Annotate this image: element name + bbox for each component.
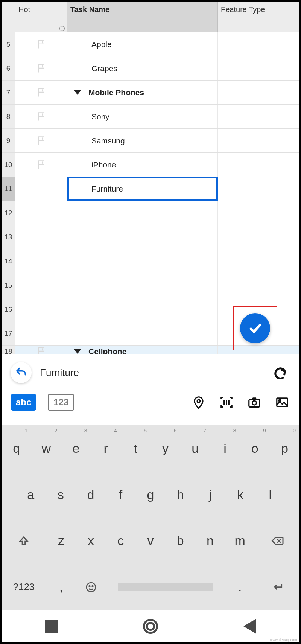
key-h[interactable]: h — [166, 472, 196, 518]
cell-feature[interactable] — [218, 177, 299, 201]
key-c[interactable]: c — [106, 518, 135, 564]
cell-hot[interactable] — [15, 56, 67, 80]
undo-button[interactable] — [11, 362, 32, 383]
cell-task[interactable]: Mobile Phones — [67, 81, 218, 104]
table-row[interactable]: 14 — [2, 249, 299, 273]
cell-feature[interactable] — [218, 201, 299, 225]
cell-hot[interactable] — [15, 201, 67, 225]
key-g[interactable]: g — [135, 472, 166, 518]
cell-hot[interactable] — [15, 297, 67, 321]
key-p[interactable]: p0 — [270, 425, 299, 472]
key-r[interactable]: r4 — [91, 425, 121, 472]
cell-feature[interactable] — [218, 105, 299, 128]
key-z[interactable]: z — [46, 518, 76, 564]
key-symbols[interactable]: ?123 — [2, 564, 46, 610]
table-row[interactable]: 12 — [2, 201, 299, 225]
key-e[interactable]: e3 — [61, 425, 91, 472]
info-icon[interactable]: i — [59, 26, 65, 31]
cell-hot[interactable] — [15, 249, 67, 273]
header-task-name[interactable]: Task Name — [67, 2, 218, 32]
camera-icon[interactable] — [246, 394, 263, 411]
cell-hot[interactable] — [15, 32, 67, 56]
cell-task[interactable] — [67, 249, 218, 273]
cell-hot[interactable] — [15, 129, 67, 152]
key-x[interactable]: x — [76, 518, 106, 564]
key-l[interactable]: l — [255, 472, 285, 518]
barcode-icon[interactable] — [218, 394, 235, 411]
table-row[interactable]: 8Sony — [2, 105, 299, 129]
key-period[interactable]: . — [225, 564, 255, 610]
key-f[interactable]: f — [106, 472, 136, 518]
image-icon[interactable] — [274, 394, 290, 411]
cell-hot[interactable] — [15, 153, 67, 177]
confirm-button[interactable] — [240, 313, 270, 343]
key-n[interactable]: n — [195, 518, 225, 564]
key-emoji[interactable] — [76, 564, 106, 610]
location-icon[interactable] — [190, 394, 207, 411]
cell-task[interactable]: Furniture — [67, 177, 218, 201]
table-row[interactable]: 10iPhone — [2, 153, 299, 177]
redo-button[interactable] — [269, 362, 290, 383]
task-label: Sony — [91, 112, 109, 121]
cell-task[interactable] — [67, 225, 218, 249]
key-space[interactable] — [106, 564, 225, 610]
cell-hot[interactable] — [15, 273, 67, 297]
cell-task[interactable]: Samsung — [67, 129, 218, 152]
key-o[interactable]: o9 — [240, 425, 270, 472]
keyboard-mode-abc[interactable]: abc — [11, 394, 36, 411]
cell-task[interactable] — [67, 201, 218, 225]
cell-task[interactable] — [67, 273, 218, 297]
table-row[interactable]: 15 — [2, 273, 299, 297]
key-d[interactable]: d — [76, 472, 106, 518]
cell-feature[interactable] — [218, 81, 299, 104]
key-backspace[interactable] — [255, 518, 299, 564]
table-row[interactable]: 13 — [2, 225, 299, 249]
header-feature-type[interactable]: Feature Type — [218, 2, 299, 32]
table-row[interactable]: 11Furniture — [2, 177, 299, 201]
cell-feature[interactable] — [218, 249, 299, 273]
key-y[interactable]: y6 — [150, 425, 180, 472]
cell-task[interactable] — [67, 321, 218, 345]
table-row[interactable]: 5Apple — [2, 32, 299, 56]
key-a[interactable]: a — [16, 472, 46, 518]
key-i[interactable]: i8 — [210, 425, 240, 472]
nav-recent-button[interactable] — [42, 617, 60, 635]
key-enter[interactable] — [255, 564, 299, 610]
keyboard-mode-123[interactable]: 123 — [48, 394, 74, 411]
cell-feature[interactable] — [218, 225, 299, 249]
header-hot[interactable]: Hot i — [15, 2, 67, 32]
cell-task[interactable]: Sony — [67, 105, 218, 128]
cell-feature[interactable] — [218, 32, 299, 56]
key-q[interactable]: q1 — [2, 425, 31, 472]
key-comma[interactable]: , — [46, 564, 76, 610]
cell-hot[interactable] — [15, 321, 67, 345]
key-k[interactable]: k — [225, 472, 255, 518]
nav-home-button[interactable] — [141, 617, 160, 635]
cell-feature[interactable] — [218, 153, 299, 177]
key-b[interactable]: b — [166, 518, 195, 564]
cell-task[interactable]: Grapes — [67, 56, 218, 80]
key-shift[interactable] — [2, 518, 46, 564]
cell-hot[interactable] — [15, 177, 67, 201]
cell-hot[interactable] — [15, 81, 67, 104]
editor-text[interactable]: Furniture — [40, 367, 261, 379]
cell-hot[interactable] — [15, 105, 67, 128]
cell-feature[interactable] — [218, 129, 299, 152]
table-row[interactable]: 7Mobile Phones — [2, 81, 299, 105]
table-row[interactable]: 9Samsung — [2, 129, 299, 153]
cell-task[interactable]: iPhone — [67, 153, 218, 177]
cell-hot[interactable] — [15, 225, 67, 249]
key-j[interactable]: j — [195, 472, 225, 518]
key-w[interactable]: w2 — [31, 425, 61, 472]
cell-task[interactable]: Apple — [67, 32, 218, 56]
key-t[interactable]: t5 — [121, 425, 150, 472]
cell-task[interactable] — [67, 297, 218, 321]
key-s[interactable]: s — [46, 472, 76, 518]
table-row[interactable]: 6Grapes — [2, 56, 299, 81]
key-v[interactable]: v — [135, 518, 165, 564]
key-m[interactable]: m — [225, 518, 255, 564]
cell-feature[interactable] — [218, 56, 299, 80]
cell-feature[interactable] — [218, 273, 299, 297]
nav-back-button[interactable] — [241, 617, 259, 635]
key-u[interactable]: u7 — [180, 425, 210, 472]
